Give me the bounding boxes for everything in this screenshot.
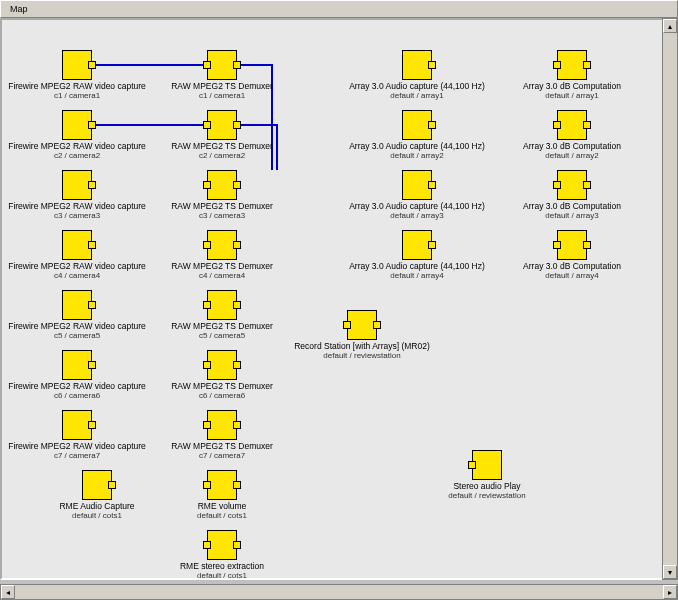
port-out[interactable] (583, 241, 591, 249)
node-ar3[interactable]: Array 3.0 Audio capture (44,100 Hz)defau… (347, 170, 487, 220)
port-in[interactable] (203, 61, 211, 69)
node-dmx3[interactable]: RAW MPEG2 TS Demuxerc3 / camera3 (152, 170, 292, 220)
port-in[interactable] (553, 61, 561, 69)
node-fw1[interactable]: Firewire MPEG2 RAW video capturec1 / cam… (7, 50, 147, 100)
scroll-up-button[interactable]: ▴ (663, 19, 677, 33)
port-in[interactable] (553, 181, 561, 189)
node-sublabel: default / array3 (347, 211, 487, 220)
node-fw2[interactable]: Firewire MPEG2 RAW video capturec2 / cam… (7, 110, 147, 160)
port-in[interactable] (203, 481, 211, 489)
port-in[interactable] (203, 181, 211, 189)
node-sublabel: default / array1 (347, 91, 487, 100)
port-in[interactable] (203, 361, 211, 369)
port-out[interactable] (428, 181, 436, 189)
port-out[interactable] (428, 121, 436, 129)
port-out[interactable] (233, 181, 241, 189)
node-sublabel: default / array1 (502, 91, 642, 100)
port-out[interactable] (88, 121, 96, 129)
port-out[interactable] (88, 241, 96, 249)
node-label: Firewire MPEG2 RAW video capture (7, 262, 147, 271)
port-in[interactable] (553, 241, 561, 249)
node-rmevol[interactable]: RME volumedefault / cots1 (152, 470, 292, 520)
port-out[interactable] (233, 121, 241, 129)
port-out[interactable] (583, 61, 591, 69)
node-label: RAW MPEG2 TS Demuxer (152, 82, 292, 91)
node-label: Array 3.0 Audio capture (44,100 Hz) (347, 82, 487, 91)
node-label: RAW MPEG2 TS Demuxer (152, 262, 292, 271)
node-play[interactable]: Stereo audio Playdefault / reviewstation (417, 450, 557, 500)
node-label: Firewire MPEG2 RAW video capture (7, 142, 147, 151)
port-in[interactable] (203, 301, 211, 309)
scroll-down-button[interactable]: ▾ (663, 565, 677, 579)
node-dmx4[interactable]: RAW MPEG2 TS Demuxerc4 / camera4 (152, 230, 292, 280)
node-sublabel: default / array4 (502, 271, 642, 280)
port-out[interactable] (88, 301, 96, 309)
port-out[interactable] (233, 61, 241, 69)
node-sublabel: default / array4 (347, 271, 487, 280)
node-rmeac[interactable]: RME Audio Capturedefault / cots1 (27, 470, 167, 520)
node-rmese[interactable]: RME stereo extractiondefault / cots1 (152, 530, 292, 580)
port-in[interactable] (203, 421, 211, 429)
port-out[interactable] (233, 301, 241, 309)
port-out[interactable] (233, 241, 241, 249)
port-in[interactable] (203, 121, 211, 129)
node-sublabel: default / cots1 (152, 511, 292, 520)
node-dmx1[interactable]: RAW MPEG2 TS Demuxerc1 / camera1 (152, 50, 292, 100)
node-fw5[interactable]: Firewire MPEG2 RAW video capturec5 / cam… (7, 290, 147, 340)
node-label: RAW MPEG2 TS Demuxer (152, 202, 292, 211)
port-out[interactable] (373, 321, 381, 329)
node-db1[interactable]: Array 3.0 dB Computationdefault / array1 (502, 50, 642, 100)
node-box[interactable] (472, 450, 502, 480)
port-out[interactable] (428, 241, 436, 249)
port-out[interactable] (233, 481, 241, 489)
node-dmx2[interactable]: RAW MPEG2 TS Demuxerc2 / camera2 (152, 110, 292, 160)
port-in[interactable] (553, 121, 561, 129)
dotted-canvas: Firewire MPEG2 RAW video capturec1 / cam… (2, 20, 676, 578)
node-ar4[interactable]: Array 3.0 Audio capture (44,100 Hz)defau… (347, 230, 487, 280)
port-out[interactable] (428, 61, 436, 69)
node-fw7[interactable]: Firewire MPEG2 RAW video capturec7 / cam… (7, 410, 147, 460)
node-sublabel: c6 / camera6 (7, 391, 147, 400)
node-ar2[interactable]: Array 3.0 Audio capture (44,100 Hz)defau… (347, 110, 487, 160)
node-fw3[interactable]: Firewire MPEG2 RAW video capturec3 / cam… (7, 170, 147, 220)
port-out[interactable] (88, 181, 96, 189)
port-out[interactable] (88, 61, 96, 69)
node-dmx6[interactable]: RAW MPEG2 TS Demuxerc6 / camera6 (152, 350, 292, 400)
node-label: Array 3.0 dB Computation (502, 82, 642, 91)
port-in[interactable] (203, 541, 211, 549)
node-fw4[interactable]: Firewire MPEG2 RAW video capturec4 / cam… (7, 230, 147, 280)
port-out[interactable] (583, 181, 591, 189)
vertical-scrollbar[interactable]: ▴ ▾ (662, 18, 678, 580)
port-in[interactable] (343, 321, 351, 329)
diagram-viewport[interactable]: Firewire MPEG2 RAW video capturec1 / cam… (0, 18, 678, 580)
node-sublabel: c2 / camera2 (152, 151, 292, 160)
node-label: Record Station [with Arrays] (MR02) (292, 342, 432, 351)
port-out[interactable] (233, 541, 241, 549)
node-label: RAW MPEG2 TS Demuxer (152, 382, 292, 391)
node-label: Array 3.0 dB Computation (502, 142, 642, 151)
port-out[interactable] (233, 421, 241, 429)
node-db2[interactable]: Array 3.0 dB Computationdefault / array2 (502, 110, 642, 160)
port-out[interactable] (233, 361, 241, 369)
node-ar1[interactable]: Array 3.0 Audio capture (44,100 Hz)defau… (347, 50, 487, 100)
node-fw6[interactable]: Firewire MPEG2 RAW video capturec6 / cam… (7, 350, 147, 400)
node-db4[interactable]: Array 3.0 dB Computationdefault / array4 (502, 230, 642, 280)
node-label: Firewire MPEG2 RAW video capture (7, 202, 147, 211)
port-in[interactable] (468, 461, 476, 469)
menu-map[interactable]: Map (3, 2, 35, 16)
node-label: Firewire MPEG2 RAW video capture (7, 382, 147, 391)
port-out[interactable] (88, 361, 96, 369)
port-in[interactable] (203, 241, 211, 249)
node-dmx5[interactable]: RAW MPEG2 TS Demuxerc5 / camera5 (152, 290, 292, 340)
port-out[interactable] (583, 121, 591, 129)
node-rec[interactable]: Record Station [with Arrays] (MR02)defau… (292, 310, 432, 360)
node-dmx7[interactable]: RAW MPEG2 TS Demuxerc7 / camera7 (152, 410, 292, 460)
node-db3[interactable]: Array 3.0 dB Computationdefault / array3 (502, 170, 642, 220)
node-sublabel: c7 / camera7 (152, 451, 292, 460)
node-sublabel: c4 / camera4 (152, 271, 292, 280)
node-sublabel: default / array2 (347, 151, 487, 160)
node-sublabel: default / array3 (502, 211, 642, 220)
port-out[interactable] (108, 481, 116, 489)
node-sublabel: c4 / camera4 (7, 271, 147, 280)
port-out[interactable] (88, 421, 96, 429)
